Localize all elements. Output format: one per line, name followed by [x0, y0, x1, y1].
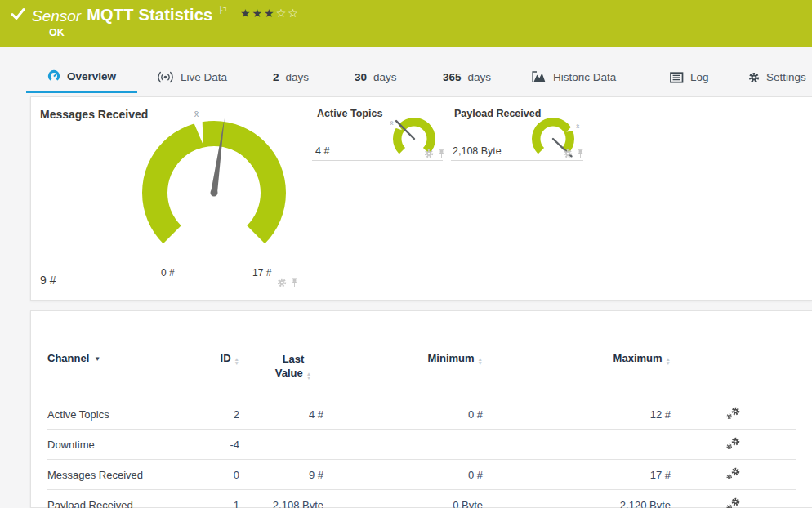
gear-icon[interactable]: [563, 149, 573, 158]
channel-id: 0: [178, 460, 239, 490]
header-actions: [671, 339, 796, 399]
gauge-title-active-topics: Active Topics: [317, 108, 382, 119]
header-label: Minimum: [428, 352, 475, 364]
pin-icon[interactable]: [576, 149, 585, 158]
prtg-sensor-page: Sensor MQTT Statistics ⚐ ★★★☆☆ OK Overvi…: [0, 0, 812, 508]
log-icon: [670, 72, 684, 83]
tab-365-days[interactable]: 365 days: [443, 61, 491, 93]
channel-minimum: 0 Byte: [323, 490, 483, 508]
channel-name[interactable]: Payload Received: [47, 490, 178, 508]
stars-empty[interactable]: ☆☆: [276, 7, 300, 20]
channel-last-value: 4 #: [239, 399, 323, 430]
tab-2-days[interactable]: 2 days: [273, 61, 309, 93]
pin-icon[interactable]: [290, 278, 299, 287]
header-maximum[interactable]: Maximum▲▼: [483, 339, 671, 399]
status-check-icon: [10, 6, 26, 22]
tab-log[interactable]: Log: [670, 61, 709, 93]
sensor-status-banner: Sensor MQTT Statistics ⚐ ★★★☆☆ OK: [0, 0, 812, 47]
channel-name[interactable]: Downtime: [47, 430, 178, 460]
header-label: Value: [275, 367, 303, 379]
channel-last-value: 9 #: [239, 460, 323, 490]
svg-text:x̄: x̄: [576, 123, 579, 130]
tab-label: Log: [690, 71, 709, 83]
priority-flag-icon[interactable]: ⚐: [218, 4, 228, 16]
pin-icon[interactable]: [437, 149, 446, 158]
tab-number: 365: [443, 71, 462, 83]
tab-historic-data[interactable]: Historic Data: [532, 61, 616, 93]
broadcast-icon: [157, 71, 174, 83]
sort-icon[interactable]: ▲▼: [234, 357, 239, 365]
channel-settings-icon[interactable]: [726, 497, 741, 508]
sort-down-icon: ▼: [306, 376, 311, 380]
divider: [451, 160, 583, 161]
channel-minimum: 0 #: [323, 460, 483, 490]
table-row[interactable]: Payload Received 1 2,108 Byte 0 Byte 2,1…: [47, 490, 796, 508]
panel-channels: Channel▼ ID▲▼ LastValue▲▼ Minimum▲▼ Maxi…: [30, 310, 812, 508]
stars-filled[interactable]: ★★★: [240, 7, 276, 20]
table-row[interactable]: Messages Received 0 9 # 0 # 17 #: [47, 460, 796, 490]
gauge-value-messages-received: 9 #: [40, 274, 56, 287]
header-label: Last: [283, 353, 305, 365]
table-header-row: Channel▼ ID▲▼ LastValue▲▼ Minimum▲▼ Maxi…: [47, 339, 796, 399]
object-kind-label: Sensor: [32, 7, 81, 25]
svg-text:x̄: x̄: [390, 119, 393, 127]
divider: [312, 160, 443, 161]
tab-label: Live Data: [181, 71, 227, 83]
tab-label: Historic Data: [553, 71, 616, 83]
sort-desc-icon[interactable]: ▼: [94, 355, 100, 363]
priority-stars[interactable]: ★★★☆☆: [240, 7, 300, 20]
header-label: Channel: [47, 352, 89, 364]
gauge-title-messages-received: Messages Received: [40, 108, 148, 121]
svg-text:x̄: x̄: [194, 109, 199, 118]
table-row[interactable]: Active Topics 2 4 # 0 # 12 #: [47, 399, 796, 430]
gauge-messages-received: x̄: [138, 107, 295, 275]
gear-icon[interactable]: [424, 149, 434, 158]
area-chart-icon: [532, 71, 547, 83]
tab-label: days: [373, 71, 397, 83]
channel-name[interactable]: Active Topics: [47, 399, 178, 430]
status-badge: OK: [49, 27, 65, 38]
gauge-max-label: 17 #: [252, 267, 271, 279]
gear-icon: [748, 72, 760, 83]
channel-minimum: 0 #: [323, 399, 483, 430]
channel-name[interactable]: Messages Received: [47, 460, 178, 490]
gauge-value-payload-received: 2,108 Byte: [453, 145, 502, 157]
header-id[interactable]: ID▲▼: [178, 339, 239, 399]
header-channel[interactable]: Channel▼: [47, 339, 178, 399]
gear-icon[interactable]: [277, 278, 287, 287]
gauge-icon: [47, 69, 60, 82]
tab-30-days[interactable]: 30 days: [355, 61, 397, 93]
channel-id: -4: [178, 430, 239, 460]
sort-down-icon: ▼: [666, 361, 671, 365]
channel-id: 1: [178, 490, 239, 508]
tab-overview[interactable]: Overview: [26, 61, 137, 93]
sort-icon[interactable]: ▲▼: [306, 372, 311, 380]
sort-icon[interactable]: ▲▼: [478, 357, 483, 365]
tab-label: days: [468, 71, 492, 83]
tab-number: 2: [273, 71, 279, 83]
tab-number: 30: [355, 71, 367, 83]
tab-live-data[interactable]: Live Data: [157, 61, 227, 93]
channel-settings-icon[interactable]: [726, 437, 741, 450]
header-minimum[interactable]: Minimum▲▼: [323, 339, 483, 399]
tab-settings[interactable]: Settings: [748, 61, 806, 93]
channel-settings-icon[interactable]: [726, 467, 741, 480]
sort-icon[interactable]: ▲▼: [666, 357, 671, 365]
tab-label: days: [286, 71, 310, 83]
gauge-min-label: 0 #: [161, 267, 175, 279]
channel-last-value: [239, 430, 323, 460]
channel-last-value: 2,108 Byte: [239, 490, 323, 508]
header-label: Maximum: [613, 352, 663, 364]
tab-label: Settings: [766, 71, 806, 83]
channel-maximum: 2,120 Byte: [483, 490, 671, 508]
divider: [40, 292, 305, 292]
page-title: MQTT Statistics: [87, 6, 212, 25]
sort-down-icon: ▼: [478, 361, 483, 365]
channel-minimum: [323, 430, 483, 460]
gauge-value-active-topics: 4 #: [315, 145, 329, 157]
channel-settings-icon[interactable]: [726, 407, 741, 420]
channel-maximum: 12 #: [483, 399, 671, 430]
table-row[interactable]: Downtime -4: [47, 430, 796, 460]
channel-table: Channel▼ ID▲▼ LastValue▲▼ Minimum▲▼ Maxi…: [47, 339, 796, 508]
header-last-value[interactable]: LastValue▲▼: [239, 339, 323, 399]
